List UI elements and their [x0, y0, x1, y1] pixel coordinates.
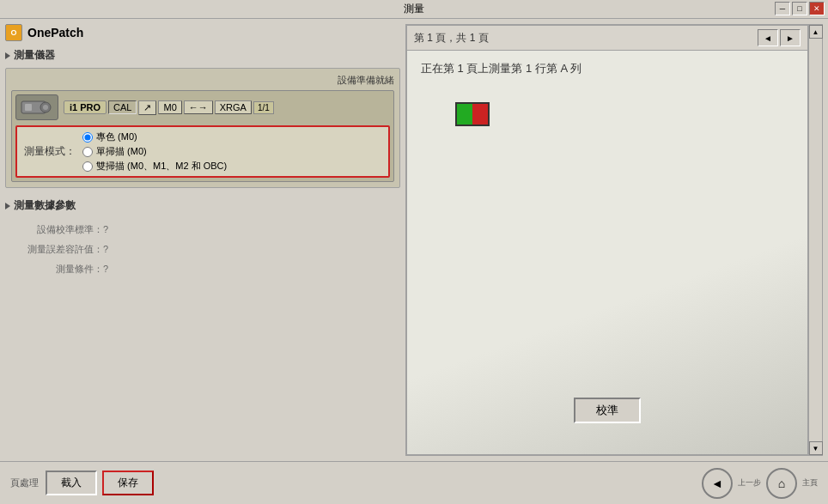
calibrate-button[interactable]: 校準: [574, 398, 641, 423]
device-projector-icon: [15, 94, 58, 120]
window-title: 測量: [404, 2, 424, 16]
device-label: i1 PRO: [64, 100, 107, 114]
import-button[interactable]: 截入: [46, 471, 97, 495]
save-button[interactable]: 保存: [102, 471, 154, 495]
color-patch: [455, 102, 490, 126]
mode-option-sweep[interactable]: 單掃描 (M0): [82, 145, 227, 158]
mode-radio-single[interactable]: [82, 132, 93, 143]
app-logo: O: [5, 24, 22, 41]
page-info: 第 1 頁，共 1 頁: [414, 31, 489, 46]
device-status: 設備準備就緒: [11, 74, 394, 87]
maximize-button[interactable]: □: [792, 2, 807, 15]
mode-option-dual[interactable]: 雙掃描 (M0、M1、M2 和 OBC): [82, 160, 227, 173]
params-section-header: 測量數據參數: [5, 198, 400, 213]
param-condition: 測量條件：?: [5, 263, 400, 276]
device-section: 設備準備就緒 i1 PRO CAL ↗ M0: [5, 68, 400, 188]
back-button[interactable]: ◄: [702, 468, 733, 499]
calibrate-area: 校準: [560, 384, 654, 437]
device-toolbar: i1 PRO CAL ↗ M0 ←→ XRGA 1/1: [15, 94, 390, 120]
title-bar: 測量 ─ □ ✕: [0, 0, 828, 19]
next-page-button[interactable]: ►: [780, 29, 801, 46]
color-patch-area: [455, 102, 490, 126]
param-reference: 設備校準標準：?: [5, 223, 400, 236]
mode-radio-sweep[interactable]: [82, 147, 93, 157]
bottom-bar: 頁處理 截入 保存 ◄ 上一步 ⌂ 主頁: [0, 461, 828, 504]
arrows-button[interactable]: ←→: [184, 100, 213, 114]
sweep-button[interactable]: ↗: [138, 100, 156, 115]
bottom-right-buttons: ◄ 上一步 ⌂ 主頁: [702, 468, 818, 499]
patch-right: [472, 104, 488, 124]
cal-button[interactable]: CAL: [108, 100, 137, 114]
page-indicator: 1/1: [253, 101, 274, 114]
patch-left: [457, 104, 472, 124]
left-panel: O OnePatch 測量儀器 設備準備就緒: [5, 24, 400, 456]
nav-buttons: ◄ ►: [758, 29, 801, 46]
device-inner: i1 PRO CAL ↗ M0 ←→ XRGA 1/1 測量模式： 專色 (M0…: [11, 90, 394, 182]
mode-section: 測量模式： 專色 (M0) 單掃描 (M0) 雙掃描 (M0、M1、M2: [15, 125, 390, 178]
back-label: 上一步: [738, 477, 761, 489]
main-container: O OnePatch 測量儀器 設備準備就緒: [0, 19, 828, 461]
right-header: 第 1 頁，共 1 頁 ◄ ►: [407, 26, 807, 51]
scroll-down-button[interactable]: ▼: [809, 441, 823, 455]
param-tolerance: 測量誤差容許值：?: [5, 243, 400, 256]
svg-point-2: [43, 105, 48, 110]
prev-page-button[interactable]: ◄: [758, 29, 778, 46]
mode-radio-dual[interactable]: [82, 161, 93, 172]
bottom-label: 頁處理: [10, 477, 39, 489]
measurement-status: 正在第 1 頁上測量第 1 行第 A 列: [421, 61, 581, 76]
right-panel-container: 第 1 頁，共 1 頁 ◄ ► 正在第 1 頁上測量第 1 行第 A 列: [405, 24, 823, 456]
mode-option-single[interactable]: 專色 (M0): [82, 131, 227, 143]
params-section: 設備校準標準：? 測量誤差容許值：? 測量條件：?: [5, 223, 400, 282]
close-button[interactable]: ✕: [809, 2, 825, 15]
svg-rect-3: [25, 104, 32, 111]
xrga-button[interactable]: XRGA: [215, 100, 252, 114]
right-content: 正在第 1 頁上測量第 1 行第 A 列 校準: [407, 51, 807, 454]
m0-button[interactable]: M0: [158, 100, 181, 114]
scrollbar: ▲ ▼: [808, 25, 822, 455]
device-section-header: 測量儀器: [5, 48, 400, 63]
scroll-up-button[interactable]: ▲: [809, 25, 823, 39]
radio-group: 專色 (M0) 單掃描 (M0) 雙掃描 (M0、M1、M2 和 OBC): [82, 131, 227, 173]
mode-label: 測量模式：: [24, 144, 76, 159]
app-name: OnePatch: [27, 26, 83, 39]
window-controls: ─ □ ✕: [775, 2, 825, 15]
home-label: 主頁: [802, 477, 818, 489]
right-panel: 第 1 頁，共 1 頁 ◄ ► 正在第 1 頁上測量第 1 行第 A 列: [406, 25, 808, 455]
triangle-icon-params: [5, 203, 10, 209]
projector-svg: [20, 98, 54, 117]
minimize-button[interactable]: ─: [775, 2, 790, 15]
home-button[interactable]: ⌂: [766, 468, 797, 499]
triangle-icon: [5, 52, 10, 59]
